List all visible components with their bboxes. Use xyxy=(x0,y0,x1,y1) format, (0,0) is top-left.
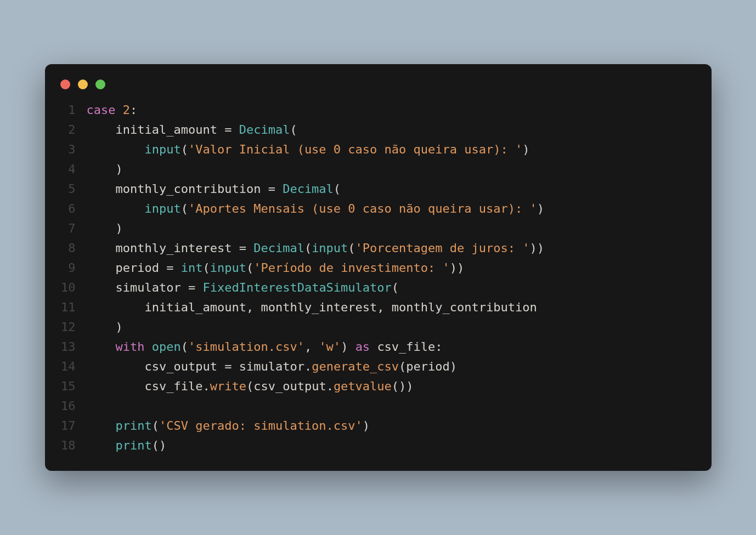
line-number: 14 xyxy=(60,357,87,377)
code-token: 'Aportes Mensais (use 0 caso não queira … xyxy=(188,202,537,215)
code-token xyxy=(370,340,377,354)
code-token: . xyxy=(326,379,334,393)
code-token: ) xyxy=(87,320,123,334)
code-token: ( xyxy=(334,182,341,196)
line-number: 5 xyxy=(60,179,87,199)
minimize-icon[interactable] xyxy=(78,79,88,89)
code-token: = xyxy=(188,281,195,294)
code-token: initial_amount xyxy=(115,123,217,136)
line-content: csv_output = simulator.generate_csv(peri… xyxy=(87,357,458,377)
line-content: print('CSV gerado: simulation.csv') xyxy=(87,416,370,436)
line-content: initial_amount, monthly_interest, monthl… xyxy=(87,298,537,317)
code-token xyxy=(87,360,145,373)
code-token: , xyxy=(377,300,392,314)
code-token: = xyxy=(268,182,275,196)
code-token xyxy=(87,419,116,432)
code-token xyxy=(261,182,268,196)
line-number: 15 xyxy=(60,377,87,396)
line-content: monthly_interest = Decimal(input('Porcen… xyxy=(87,238,545,258)
code-line: 5 monthly_contribution = Decimal( xyxy=(60,179,696,199)
code-token xyxy=(232,241,239,255)
code-token: FixedInterestDataSimulator xyxy=(202,281,391,294)
code-token: input xyxy=(312,241,348,255)
code-token: ( xyxy=(152,419,159,432)
line-number: 9 xyxy=(60,258,87,278)
line-content: ) xyxy=(87,317,123,337)
code-token: ( xyxy=(348,241,355,255)
code-token: ) xyxy=(537,202,544,215)
line-content: input('Valor Inicial (use 0 caso não que… xyxy=(87,140,530,160)
code-token: ( xyxy=(304,241,312,255)
line-content: input('Aportes Mensais (use 0 caso não q… xyxy=(87,199,544,219)
code-token: csv_output xyxy=(253,379,326,393)
code-token: = xyxy=(239,241,246,255)
line-number: 10 xyxy=(60,278,87,298)
code-token: ( xyxy=(181,340,188,354)
code-token: ( xyxy=(181,202,188,215)
code-token xyxy=(87,281,116,294)
titlebar xyxy=(45,77,712,100)
code-token: monthly_contribution xyxy=(115,182,261,196)
code-token: ()) xyxy=(392,379,414,393)
line-number: 13 xyxy=(60,337,87,357)
code-line: 8 monthly_interest = Decimal(input('Porc… xyxy=(60,238,696,258)
line-content: ) xyxy=(87,219,123,238)
code-token: ( xyxy=(202,261,210,275)
maximize-icon[interactable] xyxy=(95,79,105,89)
code-token: ( xyxy=(246,379,253,393)
code-token: ( xyxy=(246,261,253,275)
code-token: ( xyxy=(399,360,406,373)
code-token: write xyxy=(210,379,246,393)
line-number: 18 xyxy=(60,436,87,456)
line-content: ) xyxy=(87,160,123,179)
code-token xyxy=(87,182,116,196)
code-window: 1case 2:2 initial_amount = Decimal(3 inp… xyxy=(45,64,712,471)
line-number: 12 xyxy=(60,317,87,337)
code-token xyxy=(87,261,116,275)
code-token: csv_file xyxy=(377,340,435,354)
line-number: 16 xyxy=(60,396,87,416)
code-token xyxy=(275,182,283,196)
code-token: initial_amount xyxy=(144,300,246,314)
code-token: getvalue xyxy=(334,379,392,393)
code-token: )) xyxy=(450,261,465,275)
line-number: 8 xyxy=(60,238,87,258)
code-token: . xyxy=(304,360,312,373)
line-content: case 2: xyxy=(87,100,138,120)
code-token: print xyxy=(115,419,151,432)
code-line: 17 print('CSV gerado: simulation.csv') xyxy=(60,416,696,436)
code-token: csv_file xyxy=(144,379,202,393)
line-number: 1 xyxy=(60,100,87,120)
close-icon[interactable] xyxy=(60,79,70,89)
code-token: ( xyxy=(290,123,297,136)
line-content: initial_amount = Decimal( xyxy=(87,120,297,140)
line-number: 2 xyxy=(60,120,87,140)
code-token xyxy=(246,241,253,255)
code-token: int xyxy=(181,261,203,275)
code-token: open xyxy=(152,340,181,354)
code-token: input xyxy=(210,261,246,275)
code-token: as xyxy=(356,340,370,354)
code-token: () xyxy=(152,439,167,452)
code-token: ) xyxy=(450,360,457,373)
code-token xyxy=(232,360,239,373)
line-number: 11 xyxy=(60,298,87,317)
code-token: . xyxy=(202,379,210,393)
code-line: 15 csv_file.write(csv_output.getvalue()) xyxy=(60,377,696,396)
code-token: 'Valor Inicial (use 0 caso não queira us… xyxy=(188,143,522,156)
line-content: with open('simulation.csv', 'w') as csv_… xyxy=(87,337,443,357)
code-token: ) xyxy=(522,143,529,156)
code-token xyxy=(232,123,239,136)
code-line: 7 ) xyxy=(60,219,696,238)
code-token xyxy=(87,241,116,255)
line-number: 4 xyxy=(60,160,87,179)
code-token: print xyxy=(115,439,151,452)
code-area[interactable]: 1case 2:2 initial_amount = Decimal(3 inp… xyxy=(45,100,712,456)
code-line: 16 xyxy=(60,396,696,416)
code-line: 1case 2: xyxy=(60,100,696,120)
code-token xyxy=(115,103,122,117)
code-line: 4 ) xyxy=(60,160,696,179)
code-token: = xyxy=(224,360,232,373)
code-token: : xyxy=(435,340,442,354)
code-line: 6 input('Aportes Mensais (use 0 caso não… xyxy=(60,199,696,219)
